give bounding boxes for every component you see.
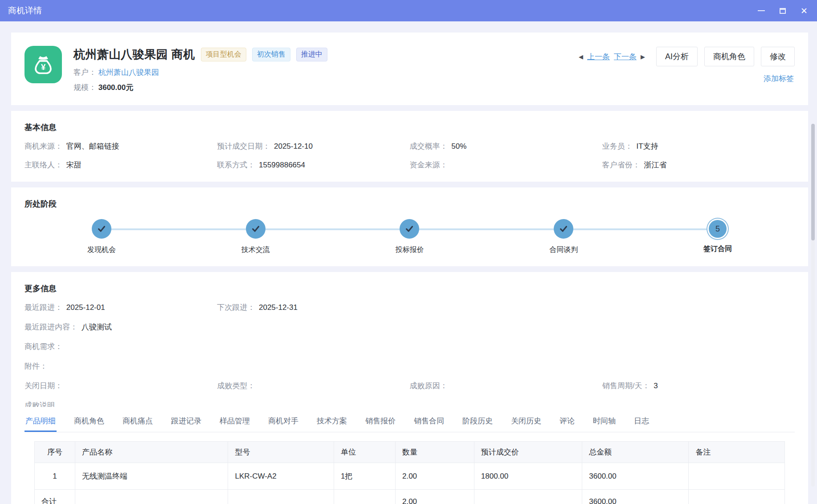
col-unit: 单位 [334, 442, 395, 463]
customer-label: 客户： [74, 68, 96, 77]
basic-info-title: 基本信息 [25, 122, 795, 133]
total-quantity: 2.00 [395, 490, 474, 504]
col-total-amount: 总金额 [582, 442, 689, 463]
col-quantity: 数量 [395, 442, 474, 463]
add-tag-link[interactable]: 添加标签 [764, 73, 794, 84]
opportunity-role-button[interactable]: 商机角色 [704, 47, 754, 66]
stage-check-icon[interactable] [246, 219, 266, 239]
tag-project-type: 项目型机会 [201, 48, 246, 61]
next-arrow-icon[interactable]: ▶ [641, 53, 645, 60]
tab-close-history[interactable]: 关闭历史 [510, 411, 542, 432]
stage-check-icon[interactable] [400, 219, 419, 239]
page-title: 杭州萧山八骏果园 商机 [74, 47, 195, 62]
field-attachment: 附件： [25, 361, 795, 371]
tab-sample-management[interactable]: 样品管理 [219, 411, 251, 432]
window-controls: ✕ [756, 6, 809, 16]
col-index: 序号 [35, 442, 75, 463]
field-result-type: 成败类型： [217, 381, 409, 391]
stage-sign-contract: 5 签订合同 [641, 219, 795, 255]
field-recent-followup-content: 最近跟进内容： 八骏测试 [25, 322, 795, 332]
field-fund-source: 资金来源： [410, 160, 602, 170]
prev-arrow-icon[interactable]: ◀ [579, 53, 583, 60]
stage-progress: 发现机会 技术交流 投标报价 [25, 219, 795, 255]
stage-bidding: 投标报价 [333, 219, 487, 255]
stage-tech-exchange: 技术交流 [179, 219, 333, 255]
field-expected-close-date: 预计成交日期： 2025-12-10 [217, 141, 409, 151]
header-actions: ◀ 上一条 下一条 ▶ AI分析 商机角色 修改 [579, 47, 795, 66]
main-content: ¥ 杭州萧山八骏果园 商机 项目型机会 初次销售 推进中 客户： 杭州萧山八骏果… [0, 21, 817, 504]
field-main-contact: 主联络人： 宋甜 [25, 160, 217, 170]
field-customer-province: 客户省份： 浙江省 [602, 160, 795, 170]
field-result-note-clipped: 成败说明 [25, 400, 795, 407]
tab-timeline[interactable]: 时间轴 [592, 411, 617, 432]
col-remark: 备注 [689, 442, 785, 463]
tab-product-detail[interactable]: 产品明细 [25, 411, 57, 432]
field-result-reason: 成败原因： [410, 381, 602, 391]
field-close-date: 关闭日期： [25, 381, 217, 391]
field-contact-phone: 联系方式： 15599886654 [217, 160, 409, 170]
field-sales-cycle: 销售周期/天： 3 [602, 381, 795, 391]
table-total-row: 合计 2.00 3600.00 [35, 490, 785, 504]
field-win-probability: 成交概率： 50% [410, 141, 602, 151]
customer-link[interactable]: 杭州萧山八骏果园 [98, 68, 159, 77]
money-bag-icon: ¥ [25, 46, 62, 83]
tab-sales-quote[interactable]: 销售报价 [364, 411, 396, 432]
more-info-title: 更多信息 [25, 283, 795, 294]
field-salesperson: 业务员： IT支持 [602, 141, 795, 151]
total-amount: 3600.00 [582, 490, 689, 504]
product-table: 序号 产品名称 型号 单位 数量 预计成交价 总金额 备注 1 [34, 441, 785, 504]
total-label: 合计 [35, 490, 75, 504]
window-title: 商机详情 [8, 5, 42, 16]
prev-record-link[interactable]: 上一条 [587, 52, 610, 62]
field-next-followup: 下次跟进： 2025-12-31 [217, 302, 409, 313]
stage-discover: 发现机会 [25, 219, 179, 255]
tab-comments[interactable]: 评论 [559, 411, 576, 432]
tab-opportunity-role[interactable]: 商机角色 [73, 411, 105, 432]
field-source: 商机来源： 官网、邮箱链接 [25, 141, 217, 151]
table-row: 1 无线测温终端 LKR-CW-A2 1把 2.00 1800.00 3600.… [35, 463, 785, 490]
more-info-section: 更多信息 最近跟进： 2025-12-01 下次跟进： 2025-12-31 最… [11, 272, 808, 504]
basic-info-section: 基本信息 商机来源： 官网、邮箱链接 预计成交日期： 2025-12-10 成交… [11, 111, 808, 182]
stage-section-title: 所处阶段 [25, 199, 795, 209]
tab-logs[interactable]: 日志 [633, 411, 650, 432]
tab-pain-points[interactable]: 商机痛点 [122, 411, 154, 432]
scale-value: 3600.00元 [98, 83, 133, 92]
svg-text:¥: ¥ [41, 62, 46, 72]
tab-sales-contract[interactable]: 销售合同 [413, 411, 445, 432]
maximize-icon[interactable] [778, 6, 788, 16]
opportunity-header-card: ¥ 杭州萧山八骏果园 商机 项目型机会 初次销售 推进中 客户： 杭州萧山八骏果… [11, 33, 808, 105]
tab-stage-history[interactable]: 阶段历史 [462, 411, 494, 432]
tab-followup-records[interactable]: 跟进记录 [170, 411, 202, 432]
contact-link[interactable]: 宋甜 [66, 161, 82, 169]
detail-tabbar: 产品明细 商机角色 商机痛点 跟进记录 样品管理 商机对手 技术方案 销售报价 … [25, 411, 795, 432]
stage-section: 所处阶段 发现机会 技术交流 [11, 187, 808, 266]
field-demand: 商机需求： [25, 341, 795, 352]
col-model: 型号 [228, 442, 334, 463]
vertical-scrollbar [811, 124, 815, 487]
tab-tech-solution[interactable]: 技术方案 [316, 411, 348, 432]
tag-first-sale: 初次销售 [252, 48, 290, 61]
tab-competitors[interactable]: 商机对手 [267, 411, 299, 432]
ai-analysis-button[interactable]: AI分析 [656, 47, 698, 66]
scale-label: 规模： [74, 83, 96, 92]
stage-check-icon[interactable] [92, 219, 111, 239]
window-titlebar: 商机详情 ✕ [0, 0, 817, 21]
scrollbar-thumb[interactable] [811, 124, 815, 240]
field-recent-followup: 最近跟进： 2025-12-01 [25, 302, 217, 313]
opportunity-detail-window: 商机详情 ✕ ¥ 杭州萧山八骏果园 商机 项目 [0, 0, 817, 504]
stage-number-badge[interactable]: 5 [709, 220, 727, 238]
next-record-link[interactable]: 下一条 [614, 52, 637, 62]
stage-check-icon[interactable] [554, 219, 573, 239]
tag-status-advancing: 推进中 [296, 48, 327, 61]
table-header-row: 序号 产品名称 型号 单位 数量 预计成交价 总金额 备注 [35, 442, 785, 463]
close-icon[interactable]: ✕ [799, 6, 809, 16]
edit-button[interactable]: 修改 [761, 47, 795, 66]
col-expected-price: 预计成交价 [474, 442, 582, 463]
stage-negotiation: 合同谈判 [486, 219, 641, 255]
col-product-name: 产品名称 [75, 442, 228, 463]
minimize-icon[interactable] [756, 6, 766, 16]
